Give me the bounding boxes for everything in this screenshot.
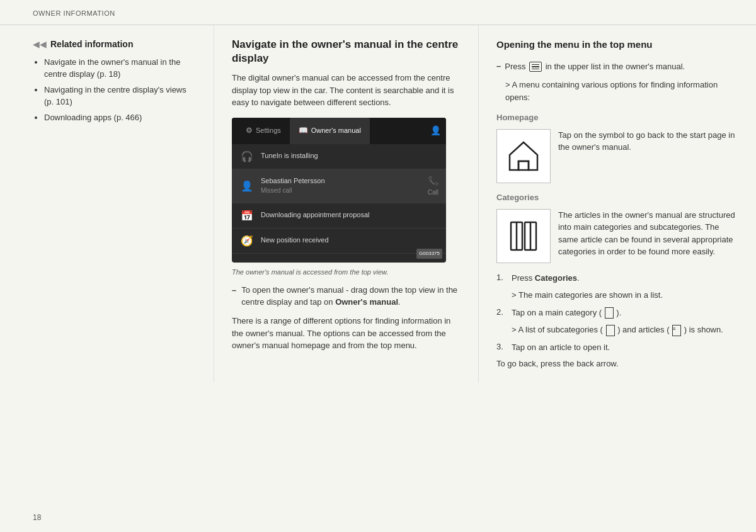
notif-sub-2: Missed call bbox=[261, 186, 421, 196]
step-3: 3. Tap on an article to open it. bbox=[496, 341, 738, 354]
owners-manual-bold: Owner's manual bbox=[335, 297, 398, 307]
press-text: Press in the upper list in the owner's m… bbox=[505, 60, 685, 73]
related-info-title: Related information bbox=[50, 38, 133, 50]
step-1-num: 1. bbox=[496, 272, 507, 284]
page: OWNER INFORMATION ◀◀ Related information… bbox=[0, 0, 756, 532]
menu-line-1 bbox=[532, 64, 539, 65]
middle-section-title: Navigate in the owner's manual in the ce… bbox=[232, 38, 461, 65]
notif-title-3: Downloading appointment proposal bbox=[261, 210, 438, 220]
menu-icon bbox=[529, 62, 542, 72]
right-section-title: Opening the menu in the top menu bbox=[496, 38, 738, 52]
step-1-text: Press Categories. bbox=[512, 272, 580, 285]
middle-intro: The digital owner's manual can be access… bbox=[232, 72, 461, 109]
press-label: Press bbox=[505, 62, 525, 71]
list-item[interactable]: Navigate in the owner's manual in the ce… bbox=[44, 57, 195, 81]
right-column: Opening the menu in the top menu – Press… bbox=[479, 25, 756, 383]
categories-bold: Categories bbox=[535, 273, 577, 283]
step-2-text: Tap on a main category ( ). bbox=[512, 307, 621, 319]
display-caption: The owner's manual is accessed from the … bbox=[232, 268, 461, 278]
svg-marker-0 bbox=[510, 142, 537, 170]
step-1: 1. Press Categories. bbox=[496, 272, 738, 285]
notif-content-4: New position received bbox=[261, 235, 438, 246]
profile-icon: 👤 bbox=[430, 124, 441, 137]
back-arrows-icon: ◀◀ bbox=[33, 38, 47, 50]
notif-title-2: Sebastian Petersson bbox=[261, 176, 421, 186]
final-note: To go back, press the back arrow. bbox=[496, 358, 738, 370]
svg-rect-1 bbox=[518, 161, 529, 170]
related-info-header: ◀◀ Related information bbox=[33, 38, 195, 50]
page-header: OWNER INFORMATION bbox=[0, 0, 756, 25]
notif-content-3: Downloading appointment proposal bbox=[261, 210, 438, 220]
notif-title-1: TuneIn is installing bbox=[261, 151, 438, 161]
middle-column: Navigate in the owner's manual in the ce… bbox=[214, 25, 479, 383]
homepage-row: Tap on the symbol to go back to the star… bbox=[496, 129, 738, 183]
press-dash: – bbox=[496, 60, 501, 72]
homepage-description: Tap on the symbol to go back to the star… bbox=[558, 129, 738, 154]
notification-4: 🧭 New position received bbox=[232, 229, 446, 254]
car-tab-settings: ⚙ Settings bbox=[237, 118, 290, 144]
content-area: ◀◀ Related information Navigate in the o… bbox=[0, 25, 756, 383]
step-3-num: 3. bbox=[496, 341, 507, 353]
categories-row: The articles in the owner's manual are s… bbox=[496, 209, 738, 263]
press-instruction-row: – Press in the upper list in the owner's… bbox=[496, 60, 738, 73]
dash-symbol: – bbox=[232, 285, 236, 308]
step-3-text: Tap on an article to open it. bbox=[512, 341, 610, 354]
press-suffix: in the upper list in the owner's manual. bbox=[546, 62, 685, 71]
step-2-num: 2. bbox=[496, 307, 507, 319]
car-display-inner: ⚙ Settings 📖 Owner's manual 👤 🎧 bbox=[232, 118, 446, 263]
steps-list: 1. Press Categories. bbox=[496, 272, 738, 285]
step-2: 2. Tap on a main category ( ). bbox=[496, 307, 738, 319]
home-icon bbox=[505, 137, 542, 175]
main-category-icon bbox=[605, 307, 614, 319]
step-2-result: A list of subcategories ( ) and articles… bbox=[512, 324, 738, 336]
left-column: ◀◀ Related information Navigate in the o… bbox=[0, 25, 214, 383]
notification-2: 👤 Sebastian Petersson Missed call 📞 Call bbox=[232, 169, 446, 203]
steps-list-3: 3. Tap on an article to open it. bbox=[496, 341, 738, 354]
display-corner-code: G003375 bbox=[416, 249, 442, 259]
book-icon: 📖 bbox=[299, 125, 308, 136]
settings-tab-label: Settings bbox=[256, 126, 281, 136]
homepage-label: Homepage bbox=[496, 112, 738, 124]
manual-tab-label: Owner's manual bbox=[311, 126, 361, 136]
instruction-text: To open the owner's manual - drag down t… bbox=[241, 285, 461, 308]
menu-line-3 bbox=[532, 69, 539, 70]
header-title: OWNER INFORMATION bbox=[33, 9, 115, 17]
notif-icon-4: 🧭 bbox=[239, 234, 255, 248]
notification-1: 🎧 TuneIn is installing bbox=[232, 144, 446, 169]
call-action[interactable]: 📞 Call bbox=[428, 174, 438, 198]
homepage-icon-box bbox=[496, 129, 551, 183]
related-info-list: Navigate in the owner's manual in the ce… bbox=[33, 57, 195, 123]
car-tab-manual: 📖 Owner's manual bbox=[290, 118, 370, 144]
article-icon: ≡ bbox=[672, 325, 681, 336]
settings-icon: ⚙ bbox=[246, 125, 253, 136]
call-label: Call bbox=[428, 188, 438, 198]
call-icon: 📞 bbox=[428, 174, 438, 187]
categories-icon bbox=[505, 217, 542, 255]
car-display-screenshot: ⚙ Settings 📖 Owner's manual 👤 🎧 bbox=[232, 118, 446, 263]
menu-line-2 bbox=[532, 66, 539, 67]
notif-icon-1: 🎧 bbox=[239, 149, 255, 164]
subcategory-icon bbox=[606, 325, 615, 336]
car-display-topbar: ⚙ Settings 📖 Owner's manual 👤 bbox=[232, 118, 446, 144]
categories-icon-box bbox=[496, 209, 551, 263]
list-item[interactable]: Navigating in the centre display's views… bbox=[44, 84, 195, 108]
notif-content-1: TuneIn is installing bbox=[261, 151, 438, 161]
open-instruction: – To open the owner's manual - drag down… bbox=[232, 285, 461, 308]
categories-label: Categories bbox=[496, 192, 738, 204]
press-result: A menu containing various options for fi… bbox=[505, 79, 738, 103]
notif-content-2: Sebastian Petersson Missed call bbox=[261, 176, 421, 195]
categories-description: The articles in the owner's manual are s… bbox=[558, 209, 738, 258]
middle-paragraph: There is a range of different options fo… bbox=[232, 315, 461, 352]
steps-list-2: 2. Tap on a main category ( ). bbox=[496, 307, 738, 319]
page-number: 18 bbox=[33, 512, 41, 523]
notification-3: 📅 Downloading appointment proposal bbox=[232, 203, 446, 229]
notif-icon-3: 📅 bbox=[239, 208, 255, 223]
step-1-result: The main categories are shown in a list. bbox=[512, 289, 738, 302]
notif-icon-2: 👤 bbox=[239, 179, 255, 193]
list-item[interactable]: Downloading apps (p. 466) bbox=[44, 112, 195, 124]
notif-title-4: New position received bbox=[261, 235, 438, 246]
